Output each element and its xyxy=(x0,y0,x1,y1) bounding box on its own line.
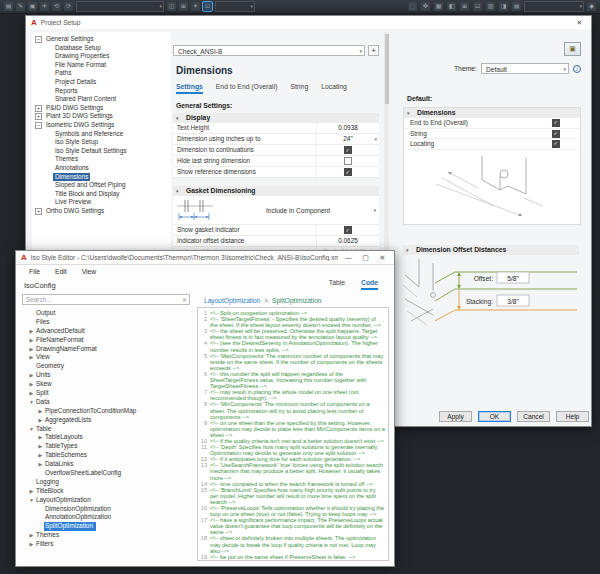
ps-tree-item[interactable]: Annotations xyxy=(32,164,171,173)
toolbar-icon[interactable]: ◫ xyxy=(167,2,176,11)
collapse-icon[interactable]: − xyxy=(35,122,42,129)
checkbox-icon[interactable] xyxy=(344,157,352,165)
ps-tree-item[interactable]: Project Details xyxy=(32,78,171,87)
iso-tree-item[interactable]: ▶FileNameFormat xyxy=(22,336,192,345)
expand-icon[interactable]: ▶ xyxy=(28,389,35,398)
iso-tree-item[interactable]: SplitOptimization xyxy=(22,522,192,531)
ps-tree-item[interactable]: +Plant 3D DWG Settings xyxy=(32,112,171,121)
toolbar-icon[interactable]: ▣ xyxy=(28,2,37,11)
checkbox-icon[interactable] xyxy=(552,140,560,148)
ps-tree-item[interactable]: Iso Style Default Settings xyxy=(32,147,171,156)
iso-tree-item[interactable]: ▼Table xyxy=(22,425,192,434)
gasket-section-header[interactable]: ▾ Gasket Dimensioning xyxy=(173,186,379,196)
maximize-icon[interactable]: ▢ xyxy=(359,252,372,263)
scrollbar-thumb[interactable] xyxy=(385,34,389,104)
menu-file[interactable]: File xyxy=(29,268,40,275)
expand-icon[interactable]: ▶ xyxy=(37,442,44,451)
iso-tree-item[interactable]: ▼LayoutOptimization xyxy=(22,496,192,505)
xml-code-view[interactable]: 1<!-- Split on congestion optimization -… xyxy=(197,307,389,561)
iso-tree-item[interactable]: Geometry xyxy=(22,362,192,371)
collapse-icon[interactable]: ▼ xyxy=(28,425,35,434)
ps-tree-item[interactable]: Database Setup xyxy=(32,44,171,53)
close-icon[interactable]: ✕ xyxy=(376,252,389,263)
expand-icon[interactable]: ▶ xyxy=(37,407,44,416)
ps-tree-item[interactable]: Sloped and Offset Piping xyxy=(32,181,171,190)
iso-tree-item[interactable]: ▶Skew xyxy=(22,380,192,389)
iso-tree-item[interactable]: Files xyxy=(22,318,192,327)
ps-tree-item[interactable]: +Ortho DWG Settings xyxy=(32,207,171,216)
tab-table[interactable]: Table xyxy=(329,279,345,290)
expand-icon[interactable]: ▶ xyxy=(28,353,35,362)
toolbar-icon[interactable]: ◧ xyxy=(447,2,456,11)
toolbar-icon[interactable]: ✛ xyxy=(40,2,49,11)
ok-button[interactable]: OK xyxy=(478,411,511,422)
tab-string[interactable]: String xyxy=(290,83,308,94)
toolbar-icon[interactable]: ▤ xyxy=(4,2,13,11)
checkbox-icon[interactable] xyxy=(344,168,352,176)
expand-icon[interactable]: ▶ xyxy=(28,380,35,389)
toolbar-icon[interactable]: ⊞ xyxy=(460,2,469,11)
ps-tree-item[interactable]: Drawing Properties xyxy=(32,52,171,61)
toolbar-icon[interactable]: ✎ xyxy=(16,2,25,11)
iso-tree-item[interactable]: ▶View xyxy=(22,353,192,362)
setting-value[interactable]: 0.0938 xyxy=(316,123,379,133)
gasket-dimension-mode-select[interactable]: Include in Component xyxy=(217,207,379,214)
close-icon[interactable]: ✕ xyxy=(573,17,586,28)
iso-tree-item[interactable]: DimensionOptimization xyxy=(22,505,192,514)
iso-tree-item[interactable]: ▶DrawingNameFormat xyxy=(22,345,192,354)
expand-icon[interactable]: ▶ xyxy=(28,531,35,540)
default-dimensions-header[interactable]: ▾ Dimensions xyxy=(404,108,580,118)
menu-edit[interactable]: Edit xyxy=(55,268,67,275)
expand-icon[interactable]: ▶ xyxy=(28,371,35,380)
add-style-button[interactable]: + xyxy=(368,45,379,56)
iso-tree-item[interactable]: ▶Filters xyxy=(22,540,192,549)
iso-tree-item[interactable]: ▶Split xyxy=(22,389,192,398)
help-button[interactable]: Help xyxy=(556,411,589,422)
theme-select[interactable]: Default xyxy=(481,63,569,74)
iso-tree-item[interactable]: OverflowSheetLabelConfig xyxy=(22,469,192,478)
ps-tree-item[interactable]: Themes xyxy=(32,155,171,164)
ps-tree-item[interactable]: Symbols and Reference xyxy=(32,130,171,139)
toolbar-icon[interactable]: ⟲ xyxy=(52,2,61,11)
checkbox-icon[interactable] xyxy=(552,130,560,138)
toolbar-icon[interactable]: ◆ xyxy=(587,2,596,11)
ps-tree-item[interactable]: −General Settings xyxy=(32,35,171,44)
ps-tree-item[interactable]: Shared Plant Content xyxy=(32,95,171,104)
expand-icon[interactable]: ▶ xyxy=(37,460,44,469)
setting-dropdown[interactable]: 24"▾ xyxy=(316,134,379,144)
cancel-button[interactable]: Cancel xyxy=(517,411,550,422)
ps-tree-item[interactable]: Iso Style Setup xyxy=(32,138,171,147)
iso-tree-item[interactable]: Logging xyxy=(22,478,192,487)
checkbox-icon[interactable] xyxy=(344,146,352,154)
project-setup-titlebar[interactable]: A Project Setup ✕ xyxy=(26,16,591,30)
preview-toggle-icon[interactable]: ▣ xyxy=(564,42,581,56)
expand-icon[interactable]: ▶ xyxy=(28,336,35,345)
iso-tree-item[interactable]: Output xyxy=(22,309,192,318)
expand-icon[interactable]: ▶ xyxy=(37,416,44,425)
tab-settings[interactable]: Settings xyxy=(176,83,203,94)
checkbox-icon[interactable] xyxy=(344,226,352,234)
active-tool-icon[interactable]: ⊡ xyxy=(203,2,212,11)
ps-tree-item[interactable]: Dimensions xyxy=(32,173,171,182)
offset-distances-header[interactable]: ▾ Dimension Offset Distances xyxy=(403,245,579,255)
expand-icon[interactable]: ▶ xyxy=(28,540,35,549)
clear-search-icon[interactable]: ✕ xyxy=(182,295,187,305)
toolbar-icon[interactable]: ⊞ xyxy=(179,2,188,11)
tab-locating[interactable]: Locating xyxy=(321,83,347,94)
expand-icon[interactable]: ▶ xyxy=(28,345,35,354)
toolbar-icon[interactable]: ⟳ xyxy=(64,2,73,11)
ps-tree-item[interactable]: Title Block and Display xyxy=(32,190,171,199)
iso-tree-item[interactable]: AnnotationOptimization xyxy=(22,513,192,522)
iso-tree-item[interactable]: ▶TableSchemes xyxy=(22,451,192,460)
collapse-icon[interactable]: ▼ xyxy=(28,496,35,505)
ps-tree-item[interactable]: +P&ID DWG Settings xyxy=(32,104,171,113)
ps-tree-item[interactable]: Paths xyxy=(32,69,171,78)
iso-tree-item[interactable]: ▼Data xyxy=(22,398,192,407)
toolbar-icon[interactable]: ⊡ xyxy=(473,2,482,11)
ps-tree-item[interactable]: File Name Format xyxy=(32,61,171,70)
iso-tree-item[interactable]: ▶PipeConnectionToConditionMap xyxy=(22,407,192,416)
menu-view[interactable]: View xyxy=(82,268,97,275)
info-icon[interactable]: i xyxy=(573,65,581,73)
collapse-icon[interactable]: ▼ xyxy=(28,398,35,407)
view-dropdown[interactable] xyxy=(215,1,255,12)
